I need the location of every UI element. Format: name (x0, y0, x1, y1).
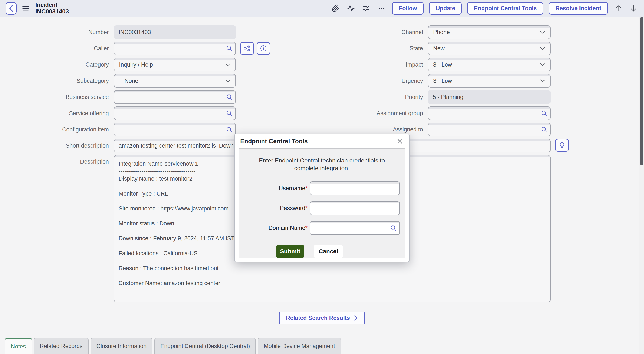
assignment-group-cell (428, 106, 550, 121)
chevron-down-icon (540, 63, 546, 66)
header-bar: Incident INC0031403 Follow Update Endpoi… (0, 0, 644, 17)
username-row: Username* (244, 182, 400, 195)
assignment-group-search-icon[interactable] (538, 107, 550, 120)
follow-button[interactable]: Follow (392, 2, 423, 15)
close-icon[interactable] (396, 137, 404, 145)
resolve-incident-button[interactable]: Resolve Incident (549, 2, 608, 15)
configuration-item-search-icon[interactable] (223, 123, 235, 136)
assignment-group-field[interactable] (428, 106, 550, 120)
impact-cell: 3 - Low (428, 58, 550, 73)
record-number: INC0031403 (35, 8, 69, 15)
tab-mobile-device-management[interactable]: Mobile Device Management (258, 338, 341, 354)
service-offering-cell (114, 106, 236, 121)
urgency-cell: 3 - Low (428, 74, 550, 89)
service-offering-label: Service offering (0, 106, 114, 120)
menu-icon[interactable] (21, 4, 30, 13)
subcategory-select[interactable]: -- None -- (114, 74, 236, 88)
assigned-to-field[interactable] (428, 123, 550, 136)
service-offering-field[interactable] (114, 106, 236, 120)
arrow-down-icon[interactable] (629, 4, 638, 13)
lightbulb-icon (558, 142, 566, 149)
domain-name-label: Domain Name* (244, 225, 310, 231)
attachment-icon[interactable] (331, 4, 340, 13)
caller-input[interactable] (114, 42, 223, 55)
subcategory-cell: -- None -- (114, 74, 236, 89)
tab-endpoint-central-desktop-central[interactable]: Endpoint Central (Desktop Central) (154, 338, 256, 354)
assignment-group-input[interactable] (428, 107, 538, 120)
back-button[interactable] (6, 2, 16, 15)
required-asterisk: * (305, 225, 308, 231)
password-row: Password* (244, 201, 400, 215)
tab-closure-information[interactable]: Closure Information (90, 338, 153, 354)
endpoint-central-tools-modal: Endpoint Central Tools Enter Endpoint Ce… (234, 134, 410, 262)
impact-label: Impact (236, 58, 428, 71)
caller-search-icon[interactable] (223, 42, 235, 55)
category-label: Category (0, 58, 114, 71)
related-search-results-button[interactable]: Related Search Results (279, 311, 365, 324)
assigned-to-input[interactable] (428, 123, 538, 136)
activity-icon[interactable] (346, 4, 356, 13)
caller-label: Caller (0, 42, 114, 55)
info-button[interactable] (256, 42, 270, 55)
assigned-to-search-icon[interactable] (538, 123, 550, 136)
domain-search-icon[interactable] (387, 222, 399, 234)
endpoint-central-tools-button[interactable]: Endpoint Central Tools (467, 2, 543, 15)
configuration-item-input[interactable] (114, 123, 223, 136)
chevron-down-icon (225, 63, 231, 66)
service-offering-input[interactable] (114, 107, 223, 120)
subcategory-label: Subcategory (0, 74, 114, 88)
priority-label: Priority (236, 90, 428, 104)
category-select[interactable]: Inquiry / Help (114, 58, 236, 71)
assignment-group-label: Assignment group (236, 106, 428, 120)
channel-label: Channel (236, 25, 428, 39)
chevron-down-icon (540, 47, 546, 50)
channel-select[interactable]: Phone (428, 25, 550, 39)
service-offering-search-icon[interactable] (223, 107, 235, 120)
modal-title: Endpoint Central Tools (240, 138, 308, 145)
urgency-select[interactable]: 3 - Low (428, 74, 550, 88)
urgency-label: Urgency (236, 74, 428, 88)
password-field[interactable] (310, 201, 400, 215)
scrollbar-thumb[interactable] (640, 17, 643, 165)
arrow-up-icon[interactable] (613, 4, 623, 13)
business-service-field[interactable] (114, 90, 236, 104)
update-button[interactable]: Update (429, 2, 462, 15)
impact-select[interactable]: 3 - Low (428, 58, 550, 71)
cancel-button[interactable]: Cancel (314, 245, 343, 258)
username-label: Username* (244, 185, 310, 192)
business-service-input[interactable] (114, 91, 223, 103)
state-select[interactable]: New (428, 42, 550, 55)
assigned-to-cell (428, 123, 550, 137)
tab-related-records[interactable]: Related Records (34, 338, 88, 354)
bottom-tabs: Notes Related Records Closure Informatio… (5, 338, 341, 354)
password-label: Password* (244, 205, 310, 212)
suggestion-button[interactable] (555, 139, 569, 152)
description-label: Description (0, 155, 114, 169)
configuration-item-field[interactable] (114, 123, 236, 136)
number-value: INC0031403 (114, 29, 236, 36)
required-asterisk: * (305, 205, 308, 211)
chevron-left-icon (8, 5, 14, 12)
username-field[interactable] (310, 182, 400, 195)
sliders-icon[interactable] (362, 4, 371, 13)
tab-notes[interactable]: Notes (5, 338, 32, 354)
state-cell: New (428, 42, 550, 57)
business-service-cell (114, 90, 236, 105)
org-chart-button[interactable] (240, 42, 254, 55)
caller-field[interactable] (114, 42, 236, 55)
number-label: Number (0, 25, 114, 39)
caller-cell (114, 42, 236, 57)
more-icon[interactable] (377, 4, 386, 13)
domain-name-field[interactable] (310, 221, 400, 235)
configuration-item-cell (114, 123, 236, 137)
business-service-search-icon[interactable] (223, 91, 235, 103)
record-type: Incident (35, 2, 69, 8)
priority-value: 5 - Planning (428, 94, 550, 100)
submit-button[interactable]: Submit (276, 245, 304, 258)
domain-name-input[interactable] (310, 222, 387, 234)
password-input[interactable] (310, 202, 399, 215)
chevron-down-icon (540, 31, 546, 34)
channel-cell: Phone (428, 25, 550, 40)
username-input[interactable] (310, 182, 399, 195)
category-cell: Inquiry / Help (114, 58, 236, 73)
